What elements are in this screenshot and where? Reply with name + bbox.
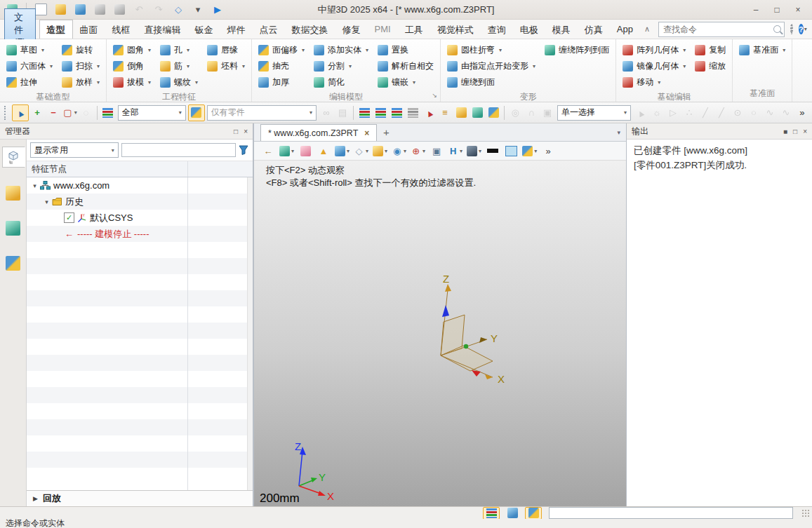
user-manager-tab[interactable] <box>4 253 23 273</box>
cursor-icon[interactable]: ▲ <box>633 105 648 121</box>
mirror-geometry-button[interactable]: 镜像几何体▾ <box>621 59 687 74</box>
web-filter-icon[interactable] <box>470 105 485 121</box>
solid-manager-tab[interactable] <box>4 183 23 203</box>
restore-panel-button[interactable]: □ <box>793 128 797 135</box>
tab-仿真[interactable]: 仿真 <box>578 20 610 39</box>
exit-icon[interactable]: ← <box>260 143 276 158</box>
pin-panel-button[interactable]: ■ <box>783 128 787 135</box>
target-icon[interactable]: ⊕▾ <box>410 143 426 158</box>
more-icon[interactable]: » <box>540 143 556 158</box>
tab-工具[interactable]: 工具 <box>398 20 430 39</box>
wrap-pattern-to-face-button[interactable]: 缠绕阵列到面 <box>543 43 611 57</box>
extrude-button[interactable]: 拉伸 <box>5 75 54 90</box>
visual-manager-tab[interactable] <box>4 218 23 238</box>
remove-from-selection-icon[interactable]: − <box>46 105 61 121</box>
entity-filter-combo[interactable]: 全部▾ <box>118 105 186 121</box>
selection-list-icon[interactable]: ≡ <box>437 105 453 121</box>
log-toggle-icon[interactable] <box>525 507 542 520</box>
minimize-button[interactable]: – <box>746 4 766 16</box>
selection-mode-combo[interactable]: 单一选择▾ <box>557 105 631 121</box>
tab-钣金[interactable]: 钣金 <box>188 20 220 39</box>
redo-icon[interactable]: ↷ <box>151 2 166 18</box>
tab-数据交换[interactable]: 数据交换 <box>285 20 335 39</box>
compass-icon[interactable]: ◎ <box>507 105 523 121</box>
pick-from-list-2-icon[interactable] <box>373 105 388 121</box>
divide-button[interactable]: 分割▾ <box>312 59 370 74</box>
tab-close-icon[interactable]: × <box>364 128 369 138</box>
tree-filter-input[interactable] <box>121 143 236 157</box>
part-config-icon[interactable] <box>486 105 501 121</box>
pick-icon[interactable]: ▲ <box>12 104 29 121</box>
loft-button[interactable]: 放样▾ <box>60 75 101 90</box>
zoom-circle-icon[interactable]: ◉▾ <box>391 143 407 158</box>
add-to-selection-icon[interactable]: + <box>29 105 45 121</box>
gear-icon[interactable] <box>790 24 793 34</box>
resolve-self-intersection-button[interactable]: 解析自相交 <box>376 59 435 74</box>
lip-button[interactable]: 唇缘 <box>206 43 246 57</box>
shaded-display-icon[interactable]: ▾ <box>334 143 350 158</box>
close-button[interactable]: × <box>788 4 808 16</box>
window-select-icon[interactable]: ▢▾ <box>62 105 78 121</box>
document-tab[interactable]: * www.x6g.com.Z3PRT × <box>260 124 377 141</box>
csys-display-icon[interactable]: ▲ <box>316 143 331 158</box>
chevron-icon[interactable]: ▾ <box>29 182 40 189</box>
close-panel-button[interactable]: × <box>803 128 807 135</box>
snap-icon[interactable]: ∴ <box>681 105 697 121</box>
section-icon[interactable]: H▾ <box>447 143 463 158</box>
visual-style-icon[interactable]: ▾ <box>279 143 295 158</box>
clamp-icon[interactable]: ▤ <box>335 105 350 121</box>
folder-filter-icon[interactable] <box>453 105 469 121</box>
tree-row[interactable]: ←----- 建模停止 ----- <box>27 226 253 242</box>
tree-row[interactable]: ▾www.x6g.com <box>27 177 253 194</box>
pick-from-list-icon[interactable] <box>357 105 372 121</box>
tab-PMI[interactable]: PMI <box>368 20 398 39</box>
new-tab-button[interactable]: + <box>377 126 395 138</box>
display-filter-combo[interactable]: 显示常用 ▾ <box>30 142 119 158</box>
tab-曲面[interactable]: 曲面 <box>73 20 105 39</box>
help-icon[interactable]: ? <box>799 24 804 34</box>
tab-造型[interactable]: 造型 <box>39 20 73 39</box>
ribbon-collapse-icon[interactable]: ∧ <box>640 25 654 34</box>
revolve-button[interactable]: 旋转 <box>60 43 101 57</box>
stock-button[interactable]: 坯料▾ <box>206 59 246 74</box>
print-add-icon[interactable] <box>112 2 127 18</box>
datum-plane-button[interactable]: 基准面▾ <box>738 43 787 57</box>
curve-pick-icon[interactable]: ∩ <box>524 105 539 121</box>
screen-toggle-icon[interactable] <box>505 508 520 519</box>
dialog-launcher-icon[interactable]: ↘ <box>432 92 438 99</box>
tab-list-icon[interactable]: ▾ <box>617 129 620 136</box>
tab-查询[interactable]: 查询 <box>481 20 513 39</box>
box-button[interactable]: 六面体▾ <box>5 59 54 74</box>
part-filter-icon[interactable] <box>188 104 205 121</box>
blue-square-icon[interactable] <box>503 143 519 158</box>
preview-window-icon[interactable]: ▣ <box>429 143 444 158</box>
tab-电极[interactable]: 电极 <box>513 20 545 39</box>
tab-视觉样式[interactable]: 视觉样式 <box>430 20 481 39</box>
tree-row[interactable]: ▾历史 <box>27 194 253 210</box>
face-icon[interactable]: ▾ <box>521 143 538 158</box>
tab-模具[interactable]: 模具 <box>545 20 578 39</box>
tree-row[interactable]: ✓Y默认CSYS <box>27 210 253 226</box>
pattern-geometry-button[interactable]: 阵列几何体▾ <box>621 43 687 57</box>
spline-point-icon[interactable]: ∿ <box>762 105 778 121</box>
line-icon[interactable]: ╱ <box>698 105 713 121</box>
sweep-button[interactable]: 扫掠▾ <box>60 59 101 74</box>
add-solid-button[interactable]: 添加实体▾ <box>312 43 370 57</box>
checkbox[interactable]: ✓ <box>64 212 74 223</box>
settings-icon[interactable]: ☼ <box>649 105 665 121</box>
polyhedron-icon[interactable]: ▾ <box>372 143 388 158</box>
run-filter-icon[interactable]: ▷ <box>665 105 681 121</box>
tab-App[interactable]: App <box>610 20 640 39</box>
draft-button[interactable]: 拔模▾ <box>112 75 152 90</box>
tab-焊件[interactable]: 焊件 <box>220 20 253 39</box>
pick-from-list-4-icon[interactable] <box>405 105 420 121</box>
move-button[interactable]: 移动▾ <box>621 75 687 90</box>
toolbar-grip[interactable] <box>4 106 9 120</box>
copy-button[interactable]: 复制 <box>693 43 727 57</box>
face-offset-button[interactable]: 面偏移▾ <box>257 43 306 57</box>
thread-button[interactable]: 螺纹▾ <box>159 75 199 90</box>
tab-点云[interactable]: 点云 <box>253 20 285 39</box>
cylindrical-bend-button[interactable]: 圆柱折弯▾ <box>446 43 537 57</box>
tab-线框[interactable]: 线框 <box>105 20 138 39</box>
hole-button[interactable]: 孔▾ <box>159 43 199 57</box>
